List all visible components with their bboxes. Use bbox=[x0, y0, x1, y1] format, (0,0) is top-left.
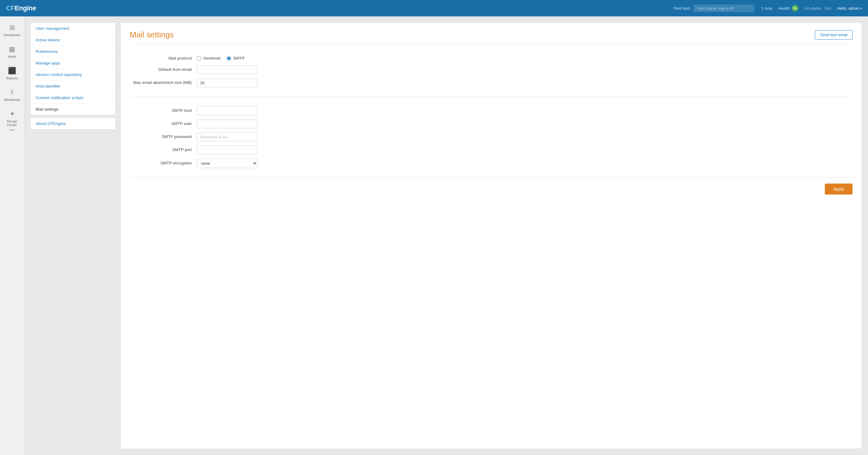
menu-item-mail-settings[interactable]: Mail settings bbox=[31, 104, 115, 115]
find-host-section: Find host: bbox=[674, 5, 754, 12]
smtp-host-row: SMTP host bbox=[130, 107, 852, 115]
ha-status-label: HA status bbox=[804, 6, 822, 11]
page-title: Mail settings bbox=[130, 30, 174, 39]
sidebar-item-dashboard[interactable]: ⊞ Dashboard bbox=[0, 20, 24, 41]
user-menu[interactable]: Hello, admin ▾ bbox=[837, 6, 862, 11]
sidebar-label-dashboard: Dashboard bbox=[4, 33, 20, 37]
smtp-port-label: SMTP port bbox=[130, 147, 197, 153]
send-test-email-button[interactable]: Send test email bbox=[815, 30, 852, 39]
default-from-input[interactable] bbox=[197, 65, 257, 74]
max-attach-row: Max email attachment size (MB) 10 bbox=[130, 79, 852, 87]
chevron-down-icon: ▾ bbox=[860, 7, 862, 10]
panel-header: Mail settings Send test email bbox=[130, 30, 852, 45]
health-label: Health bbox=[778, 6, 790, 11]
smtp-user-label: SMTP user bbox=[130, 121, 197, 126]
monitoring-icon: ⚕ bbox=[10, 88, 14, 96]
smtp-user-input[interactable] bbox=[197, 119, 257, 128]
smtp-password-input[interactable] bbox=[197, 132, 257, 141]
sidebar-item-monitoring[interactable]: ⚕ Monitoring bbox=[0, 84, 24, 106]
find-host-label: Find host: bbox=[674, 6, 691, 11]
max-attach-input[interactable]: 10 bbox=[197, 79, 257, 87]
reports-icon: ⬛ bbox=[8, 67, 16, 75]
logo-cf: CF bbox=[6, 4, 14, 12]
sidebar: ⊞ Dashboard ▦ Hosts ⬛ Reports ⚕ Monitori… bbox=[0, 17, 24, 455]
smtp-encryption-row: SMTP encryption none TLS SSL bbox=[130, 159, 852, 168]
sendmail-radio[interactable] bbox=[197, 56, 202, 61]
sidebar-item-reports[interactable]: ⬛ Reports bbox=[0, 63, 24, 84]
apply-button[interactable]: Apply bbox=[825, 184, 852, 194]
main-area: User management Active tokens Preference… bbox=[24, 17, 868, 455]
sidebar-label-design-center: Design Center bbox=[2, 119, 22, 127]
sendmail-option[interactable]: Sendmail bbox=[197, 56, 220, 61]
layout: ⊞ Dashboard ▦ Hosts ⬛ Reports ⚕ Monitori… bbox=[0, 17, 868, 455]
smtp-encryption-label: SMTP encryption bbox=[130, 160, 197, 166]
sidebar-label-reports: Reports bbox=[6, 76, 18, 80]
health-badge: Ok bbox=[792, 5, 798, 11]
smtp-radio[interactable] bbox=[226, 56, 231, 61]
host-count: 1 host bbox=[762, 6, 772, 11]
sidebar-item-design-center[interactable]: ✦ Design Center beta bbox=[0, 106, 24, 135]
design-center-beta: beta bbox=[9, 128, 15, 131]
dashboard-icon: ⊞ bbox=[9, 24, 15, 32]
smtp-user-row: SMTP user bbox=[130, 119, 852, 128]
smtp-password-row: SMTP password bbox=[130, 132, 852, 141]
sidebar-item-hosts[interactable]: ▦ Hosts bbox=[0, 41, 24, 63]
max-attach-label: Max email attachment size (MB) bbox=[130, 80, 197, 85]
hosts-icon: ▦ bbox=[9, 45, 15, 53]
logo: CFEngine bbox=[6, 4, 36, 12]
smtp-port-input[interactable] bbox=[197, 146, 257, 154]
apply-button-wrap: Apply bbox=[130, 184, 852, 194]
user-label: Hello, admin bbox=[837, 6, 859, 11]
health-section: Health Ok bbox=[778, 5, 798, 11]
sidebar-label-hosts: Hosts bbox=[8, 55, 16, 58]
mail-protocol-label: Mail protocol bbox=[130, 56, 197, 61]
menu-item-preferences[interactable]: Preferences bbox=[31, 46, 115, 57]
smtp-port-row: SMTP port bbox=[130, 146, 852, 154]
menu-item-version-control[interactable]: Version control repository bbox=[31, 69, 115, 81]
menu-item-about[interactable]: About CFEngine bbox=[31, 118, 115, 129]
general-mail-section: Mail protocol Sendmail SMTP Default from bbox=[130, 51, 852, 97]
menu-item-host-identifier[interactable]: Host identifier bbox=[31, 81, 115, 92]
sendmail-label: Sendmail bbox=[203, 56, 220, 60]
find-host-input[interactable] bbox=[693, 5, 754, 12]
default-from-row: Default from email bbox=[130, 65, 852, 74]
smtp-label: SMTP bbox=[233, 56, 245, 60]
default-from-label: Default from email bbox=[130, 67, 197, 72]
menu-item-active-tokens[interactable]: Active tokens bbox=[31, 34, 115, 46]
menu-item-manage-apps[interactable]: Manage apps bbox=[31, 57, 115, 69]
smtp-host-label: SMTP host bbox=[130, 108, 197, 113]
left-panel: User management Active tokens Preference… bbox=[30, 23, 116, 449]
smtp-encryption-select[interactable]: none TLS SSL bbox=[197, 159, 257, 168]
sidebar-label-monitoring: Monitoring bbox=[4, 98, 20, 101]
right-panel: Mail settings Send test email Mail proto… bbox=[120, 23, 862, 449]
smtp-option[interactable]: SMTP bbox=[226, 56, 245, 61]
smtp-password-label: SMTP password bbox=[130, 134, 197, 140]
menu-item-custom-notification[interactable]: Custom notification scripts bbox=[31, 92, 115, 104]
menu-item-user-management[interactable]: User management bbox=[31, 23, 115, 34]
logo-engine: Engine bbox=[14, 4, 36, 12]
smtp-host-input[interactable] bbox=[197, 107, 257, 115]
design-center-icon: ✦ bbox=[9, 110, 15, 118]
footer-menu-section: About CFEngine bbox=[30, 118, 116, 129]
topnav: CFEngine Find host: 1 host Health Ok HA … bbox=[0, 0, 868, 17]
ha-status-section: HA status N/A bbox=[804, 6, 831, 11]
smtp-section: SMTP host SMTP user SMTP password SMTP p… bbox=[130, 101, 852, 178]
main-menu-section: User management Active tokens Preference… bbox=[30, 23, 116, 115]
mail-protocol-row: Mail protocol Sendmail SMTP bbox=[130, 56, 852, 61]
ha-status-value: N/A bbox=[825, 6, 831, 11]
mail-protocol-radio-group: Sendmail SMTP bbox=[197, 56, 245, 61]
